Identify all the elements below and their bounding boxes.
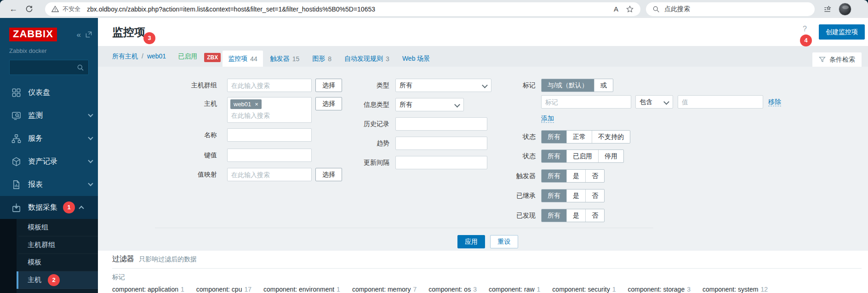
sidebar-item-reports[interactable]: 报表 [0, 173, 98, 196]
breadcrumb: 所有主机 / web01 [112, 52, 166, 61]
value-map-label: 值映射 [158, 168, 217, 179]
warning-icon [51, 6, 59, 12]
host-group-input[interactable] [227, 79, 312, 92]
tag-value-input[interactable] [678, 95, 763, 109]
discovered-segmented: 所有 是 否 [541, 209, 605, 222]
host-enabled-status: 已启用 [178, 52, 197, 61]
update-interval-input[interactable] [395, 156, 487, 169]
subfilter-tag[interactable]: component: application1 [112, 286, 184, 293]
monitoring-icon [11, 110, 22, 121]
status-all[interactable]: 所有 [542, 150, 566, 162]
address-bar[interactable]: 不安全 zbx.oldboy.cn/zabbix.php?action=item… [45, 2, 640, 16]
host-chip[interactable]: web01 × [230, 99, 262, 109]
browser-search-box[interactable]: 点此搜索 [646, 2, 815, 16]
screen: ← 不安全 zbx.oldboy.cn/zabbix.php?action=it… [0, 0, 868, 293]
state-not-supported[interactable]: 不支持的 [592, 131, 630, 143]
state-all[interactable]: 所有 [542, 131, 566, 143]
page-title: 监控项 [112, 25, 145, 40]
reset-button[interactable]: 重设 [490, 235, 518, 248]
name-input[interactable] [227, 128, 312, 142]
subfilter-tag[interactable]: component: raw1 [489, 286, 540, 293]
tag-operator-select[interactable]: 包含 [635, 95, 673, 109]
sidebar-item-inventory[interactable]: 资产记录 [0, 150, 98, 173]
breadcrumb-host[interactable]: web01 [147, 52, 166, 61]
filter-search-tab[interactable]: 条件检索 [812, 52, 862, 67]
trends-input[interactable] [395, 137, 487, 150]
breadcrumb-separator: / [142, 52, 143, 61]
favorite-star-icon[interactable] [626, 5, 634, 13]
inherited-all[interactable]: 所有 [542, 190, 566, 202]
inherited-no[interactable]: 否 [585, 190, 604, 202]
state-normal[interactable]: 正常 [566, 131, 592, 143]
tab-discovery-rules[interactable]: 自动发现规则3 [339, 51, 395, 67]
status-disabled[interactable]: 停用 [598, 150, 623, 162]
sidebar-item-data-collection[interactable]: 数据采集 1 [0, 196, 98, 219]
value-map-input[interactable] [227, 168, 312, 181]
sidebar-collapse-icon[interactable]: « [77, 31, 81, 39]
page-header: 监控项 3 ? 创建监控项 4 [98, 18, 868, 46]
subfilter-tag[interactable]: component: security1 [552, 286, 616, 293]
sidebar-search-input[interactable] [14, 64, 77, 71]
sidebar-item-services[interactable]: 服务 [0, 127, 98, 150]
subfilter-tag[interactable]: component: memory7 [352, 286, 417, 293]
submenu-item-host-groups[interactable]: 主机群组 [0, 236, 98, 254]
breadcrumb-all-hosts[interactable]: 所有主机 [112, 52, 138, 61]
tab-graphs[interactable]: 图形8 [307, 51, 337, 67]
tab-items[interactable]: 监控项44 [223, 51, 263, 67]
apply-button[interactable]: 应用 [457, 235, 485, 248]
collections-icon[interactable] [823, 5, 832, 14]
history-label: 历史记录 [328, 117, 389, 128]
tag-remove-link[interactable]: 移除 [768, 98, 781, 106]
discovered-no[interactable]: 否 [585, 209, 604, 222]
info-type-select[interactable]: 所有 [395, 98, 464, 111]
subfilter-tag[interactable]: component: system12 [702, 286, 768, 293]
refresh-icon[interactable] [21, 5, 37, 13]
chip-close-icon[interactable]: × [255, 101, 258, 107]
zabbix-logo[interactable]: ZABBIX [9, 28, 57, 41]
subfilter-tag[interactable]: component: cpu17 [196, 286, 251, 293]
profile-avatar[interactable] [839, 3, 851, 16]
host-label: 主机 [158, 97, 217, 108]
status-enabled[interactable]: 已启用 [566, 150, 598, 162]
submenu-item-label: 模板组 [28, 223, 48, 232]
sidebar-item-dashboard[interactable]: 仪表盘 [0, 81, 98, 104]
back-icon[interactable]: ← [6, 4, 21, 14]
tags-mode-andor[interactable]: 与/或（默认） [542, 79, 594, 92]
inherited-segmented: 所有 是 否 [541, 189, 605, 202]
submenu-item-label: 模板 [28, 258, 41, 267]
tab-web-scenarios[interactable]: Web 场景 [397, 51, 435, 67]
host-input-placeholder: 在此输入搜索 [230, 112, 308, 120]
subfilter-tag[interactable]: component: os3 [428, 286, 477, 293]
subfilter-tags-row: component: application1 component: cpu17… [112, 286, 862, 293]
discovered-yes[interactable]: 是 [566, 209, 585, 222]
history-input[interactable] [395, 117, 487, 131]
tab-triggers[interactable]: 触发器15 [265, 51, 305, 67]
key-input[interactable] [227, 149, 312, 162]
tags-mode-or[interactable]: 或 [594, 79, 613, 92]
read-aloud-icon[interactable]: A [614, 5, 618, 13]
triggers-all[interactable]: 所有 [542, 170, 566, 182]
search-icon [652, 6, 660, 13]
sidebar-popout-icon[interactable] [85, 31, 92, 38]
type-select[interactable]: 所有 [395, 79, 491, 92]
state-label: 状态 [483, 130, 536, 141]
tag-name-input[interactable] [541, 95, 631, 109]
triggers-yes[interactable]: 是 [566, 170, 585, 182]
sidebar-search[interactable] [9, 60, 89, 75]
services-icon [11, 133, 22, 144]
submenu-item-hosts[interactable]: 主机 2 [0, 271, 98, 289]
sidebar-item-monitoring[interactable]: 监测 [0, 104, 98, 127]
triggers-no[interactable]: 否 [585, 170, 604, 182]
host-multiselect[interactable]: web01 × 在此输入搜索 [227, 97, 312, 123]
tag-add-link[interactable]: 添加 [541, 115, 554, 123]
trends-label: 趋势 [328, 137, 389, 148]
submenu-item-template-groups[interactable]: 模板组 [0, 219, 98, 236]
submenu-item-label: 主机 [28, 276, 41, 284]
submenu-item-templates[interactable]: 模板 [0, 254, 98, 271]
help-icon[interactable]: ? [803, 25, 807, 33]
subfilter-tag[interactable]: component: environment1 [263, 286, 340, 293]
subfilter-tag[interactable]: component: storage3 [628, 286, 691, 293]
inherited-yes[interactable]: 是 [566, 190, 585, 202]
create-item-button[interactable]: 创建监控项 [819, 24, 865, 40]
discovered-all[interactable]: 所有 [542, 209, 566, 222]
